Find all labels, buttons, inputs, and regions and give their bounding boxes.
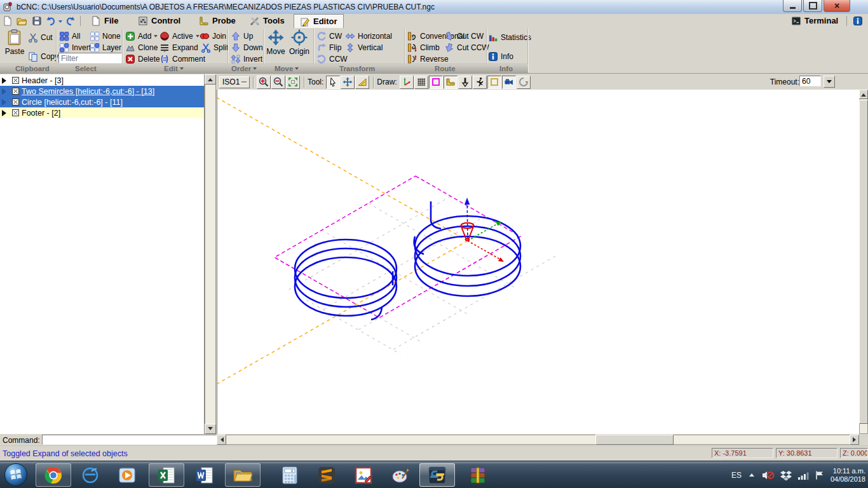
ribbon-info-button[interactable] bbox=[851, 15, 864, 27]
canvas-scroll-left-button[interactable] bbox=[217, 435, 226, 445]
select-all-button[interactable]: All bbox=[59, 30, 80, 41]
draw-axes-button[interactable] bbox=[400, 76, 414, 89]
canvas-hscroll-thumb[interactable] bbox=[595, 435, 674, 445]
undo-dropdown-button[interactable] bbox=[57, 15, 64, 27]
save-button[interactable] bbox=[31, 15, 43, 27]
group-label-order[interactable]: Order bbox=[231, 64, 257, 72]
copy-button[interactable]: Copy bbox=[28, 51, 58, 62]
taskbar-calculator[interactable]: 0 bbox=[272, 463, 308, 487]
statistics-button[interactable]: Statistics bbox=[488, 32, 531, 43]
add-button[interactable]: Add bbox=[125, 30, 158, 41]
minimize-button[interactable] bbox=[783, 0, 802, 12]
origin-button[interactable]: Origin bbox=[287, 29, 311, 56]
order-invert-button[interactable]: Invert bbox=[231, 53, 262, 64]
taskbar-internet-explorer[interactable] bbox=[72, 463, 108, 487]
order-up-button[interactable]: Up bbox=[231, 30, 253, 41]
draw-rapid-button[interactable] bbox=[473, 76, 487, 89]
dropbox-icon[interactable] bbox=[780, 470, 792, 481]
taskbar-bcnc-python[interactable] bbox=[419, 463, 455, 487]
select-invert-button[interactable]: Invert bbox=[59, 42, 91, 53]
zoom-in-button[interactable] bbox=[257, 76, 271, 89]
clock[interactable]: 10:11 a.m. 04/08/2018 bbox=[831, 467, 865, 484]
move-button[interactable]: Move bbox=[264, 29, 287, 56]
expander-icon[interactable] bbox=[2, 78, 10, 84]
taskbar-winrar[interactable] bbox=[460, 463, 496, 487]
tree-row-circle[interactable]: Circle [helicut:-6,cut:-6] - [11] bbox=[0, 97, 204, 107]
action-center-flag-icon[interactable] bbox=[815, 470, 825, 480]
draw-path-button[interactable] bbox=[517, 76, 531, 89]
draw-camera-button[interactable] bbox=[502, 76, 516, 89]
cut-cw-button[interactable]: Cut CW bbox=[444, 30, 484, 41]
timeout-input[interactable] bbox=[799, 76, 821, 86]
toolpath-two-semicircles[interactable] bbox=[295, 240, 397, 320]
clone-button[interactable]: Clone bbox=[125, 42, 158, 53]
group-label-move[interactable]: Move bbox=[275, 64, 299, 72]
new-file-button[interactable] bbox=[1, 15, 14, 27]
select-tool-button[interactable] bbox=[326, 76, 340, 89]
tab-control[interactable]: Control bbox=[132, 14, 186, 27]
checkbox-checked-icon[interactable] bbox=[12, 88, 19, 95]
draw-probe-button[interactable] bbox=[458, 76, 472, 89]
tab-file[interactable]: File bbox=[85, 14, 124, 27]
app-icon[interactable] bbox=[3, 2, 13, 12]
tree-row-footer[interactable]: Footer - [2] bbox=[0, 107, 204, 118]
draw-ruler-button[interactable] bbox=[444, 76, 458, 89]
select-layer-button[interactable]: Layer bbox=[90, 42, 121, 53]
canvas-vscroll-thumb[interactable] bbox=[859, 100, 868, 424]
canvas-hscrollbar[interactable] bbox=[217, 435, 859, 445]
taskbar-sublime[interactable] bbox=[309, 463, 344, 487]
zoom-out-button[interactable] bbox=[271, 76, 285, 89]
tree-scrollbar[interactable] bbox=[205, 74, 216, 434]
paste-button[interactable]: Paste bbox=[3, 29, 27, 56]
timeout-dropdown-button[interactable] bbox=[824, 76, 835, 88]
tab-probe[interactable]: Probe bbox=[193, 14, 241, 27]
taskbar-word[interactable] bbox=[187, 463, 222, 487]
split-button[interactable]: Split bbox=[201, 42, 228, 53]
draw-margin-button[interactable] bbox=[429, 76, 443, 89]
undo-button[interactable] bbox=[44, 15, 57, 27]
group-label-edit[interactable]: Edit bbox=[164, 64, 184, 72]
rotate-ccw-button[interactable]: CCW bbox=[316, 53, 348, 64]
expander-icon[interactable] bbox=[2, 99, 10, 105]
show-hidden-icons-button[interactable] bbox=[747, 471, 756, 480]
rotate-cw-button[interactable]: CW bbox=[316, 30, 342, 41]
checkbox-checked-icon[interactable] bbox=[12, 98, 19, 105]
taskbar-media-player[interactable] bbox=[109, 463, 145, 487]
volume-muted-icon[interactable] bbox=[762, 470, 775, 481]
info-button[interactable]: Info bbox=[488, 51, 513, 62]
close-button[interactable]: × bbox=[824, 0, 850, 12]
flip-button[interactable]: Flip bbox=[316, 42, 341, 53]
comment-button[interactable]: Comment bbox=[159, 53, 205, 64]
expander-icon[interactable] bbox=[2, 110, 10, 116]
start-button[interactable] bbox=[4, 463, 28, 488]
taskbar-chrome[interactable] bbox=[36, 463, 71, 487]
gcode-canvas[interactable] bbox=[217, 90, 860, 434]
taskbar-explorer[interactable] bbox=[225, 463, 261, 487]
draw-workarea-button[interactable] bbox=[487, 76, 501, 89]
terminal-toggle[interactable]: Terminal bbox=[785, 14, 844, 27]
canvas-scroll-up-button[interactable] bbox=[859, 90, 868, 99]
mirror-horizontal-button[interactable]: Horizontal bbox=[345, 30, 392, 41]
taskbar-paint[interactable] bbox=[383, 463, 418, 487]
command-input[interactable] bbox=[42, 435, 219, 445]
route-reverse-button[interactable]: Reverse bbox=[407, 53, 449, 64]
tab-tools[interactable]: Tools bbox=[244, 14, 290, 27]
mirror-vertical-button[interactable]: Vertical bbox=[345, 42, 383, 53]
join-button[interactable]: Join bbox=[200, 30, 226, 41]
zoom-fit-button[interactable] bbox=[286, 76, 300, 89]
ruler-tool-button[interactable] bbox=[355, 76, 369, 89]
language-indicator[interactable]: ES bbox=[731, 471, 742, 480]
order-down-button[interactable]: Down bbox=[231, 42, 263, 53]
redo-button[interactable] bbox=[64, 15, 77, 27]
active-button[interactable]: Active bbox=[159, 30, 200, 41]
pan-tool-button[interactable] bbox=[341, 76, 355, 89]
checkbox-checked-icon[interactable] bbox=[12, 77, 19, 84]
cut-button[interactable]: Cut bbox=[28, 32, 53, 43]
cut-ccw-button[interactable]: Cut CCW bbox=[444, 42, 489, 53]
route-climb-button[interactable]: Climb bbox=[407, 42, 440, 53]
draw-grid-button[interactable] bbox=[414, 76, 428, 89]
select-none-button[interactable]: None bbox=[90, 30, 121, 41]
tree-scroll-up-button[interactable] bbox=[205, 74, 216, 85]
expand-button[interactable]: Expand bbox=[159, 42, 198, 53]
tree-row-header[interactable]: Header - [3] bbox=[0, 75, 204, 86]
